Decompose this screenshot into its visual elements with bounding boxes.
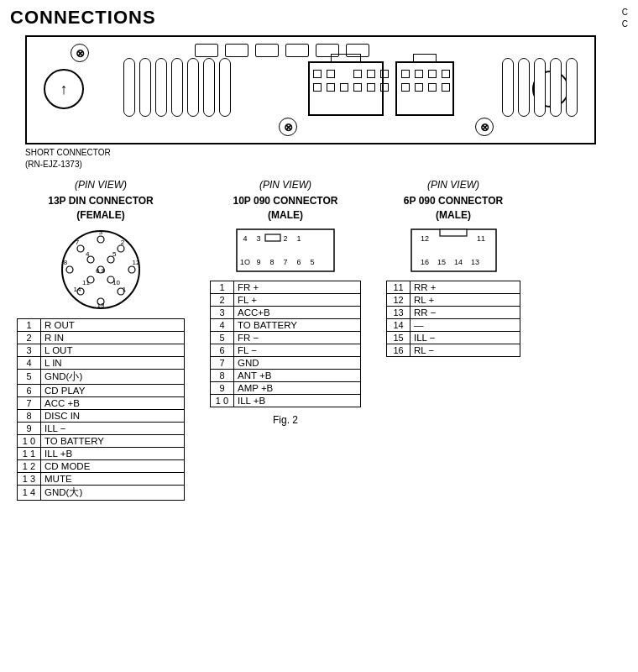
pin-number: 1 bbox=[211, 281, 234, 293]
svg-text:1: 1 bbox=[296, 234, 301, 243]
signal-name: TO BATTERY bbox=[41, 434, 185, 447]
svg-point-6 bbox=[128, 266, 135, 273]
svg-point-4 bbox=[118, 245, 124, 252]
svg-text:4: 4 bbox=[243, 234, 247, 243]
center-pin-diagram: 4 3 2 1 1O 9 8 7 6 5 bbox=[210, 228, 361, 274]
table-row: 9AMP +B bbox=[211, 381, 361, 394]
signal-name: ACC+B bbox=[234, 306, 361, 318]
table-row: 2R IN bbox=[18, 331, 185, 344]
fig-label: Fig. 2 bbox=[210, 414, 361, 426]
pin-number: 1 3 bbox=[18, 472, 41, 485]
short-connector-label: SHORT CONNECTOR (RN-EJZ-1373) bbox=[25, 147, 638, 171]
signal-name: — bbox=[411, 318, 520, 331]
right-connector-heading: 6P 090 CONNECTOR(MALE) bbox=[386, 194, 520, 223]
pin-number: 1 2 bbox=[18, 459, 41, 472]
svg-text:3: 3 bbox=[256, 234, 260, 243]
svg-text:3: 3 bbox=[99, 228, 103, 236]
svg-text:8: 8 bbox=[64, 259, 68, 266]
signal-name: RR − bbox=[411, 306, 520, 318]
right-pin-diagram: 12 11 16 15 14 13 bbox=[386, 228, 520, 274]
signal-name: DISC IN bbox=[41, 409, 185, 422]
signal-name: ILL − bbox=[411, 331, 520, 344]
pin-number: 8 bbox=[211, 369, 234, 381]
pin-number: 9 bbox=[18, 422, 41, 434]
pin-number: 1 4 bbox=[18, 485, 41, 500]
svg-point-14 bbox=[66, 266, 73, 273]
signal-name: RL − bbox=[411, 344, 520, 356]
left-connector-heading: 13P DIN CONNECTOR(FEMALE) bbox=[17, 194, 185, 223]
table-row: 1 0ILL +B bbox=[211, 394, 361, 407]
table-row: 5GND(小) bbox=[18, 369, 185, 384]
pin-number: 2 bbox=[211, 293, 234, 306]
svg-text:5: 5 bbox=[310, 258, 314, 266]
signal-name: CD PLAY bbox=[41, 384, 185, 396]
pin-number: 7 bbox=[211, 356, 234, 369]
table-row: 8ANT +B bbox=[211, 369, 361, 381]
page-title: CONNECTIONS bbox=[0, 0, 638, 32]
pin-number: 2 bbox=[18, 331, 41, 344]
signal-name: L OUT bbox=[41, 344, 185, 356]
table-row: 3ACC+B bbox=[211, 306, 361, 318]
tables-area: (PIN VIEW) 13P DIN CONNECTOR(FEMALE) 3 2… bbox=[17, 179, 638, 501]
signal-name: TO BATTERY bbox=[234, 318, 361, 331]
pin-number: 5 bbox=[18, 369, 41, 384]
signal-name: ILL +B bbox=[41, 447, 185, 459]
signal-name: R IN bbox=[41, 331, 185, 344]
signal-name: RL + bbox=[411, 293, 520, 306]
table-row: 11RR + bbox=[387, 281, 520, 293]
svg-text:11: 11 bbox=[476, 234, 484, 243]
table-row: 7GND bbox=[211, 356, 361, 369]
pin-number: 12 bbox=[387, 293, 411, 306]
svg-text:1O: 1O bbox=[240, 258, 250, 266]
table-row: 1R OUT bbox=[18, 318, 185, 331]
svg-rect-32 bbox=[265, 234, 280, 241]
pin-number: 1 0 bbox=[18, 434, 41, 447]
svg-text:11: 11 bbox=[82, 279, 90, 286]
table-row: 6CD PLAY bbox=[18, 384, 185, 396]
center-connectors bbox=[308, 54, 454, 116]
table-row: 4L IN bbox=[18, 356, 185, 369]
pin-number: 9 bbox=[211, 381, 234, 394]
x-circle-br: ⊗ bbox=[475, 118, 494, 136]
signal-name: L IN bbox=[41, 356, 185, 369]
svg-text:13: 13 bbox=[470, 258, 478, 266]
svg-text:12: 12 bbox=[420, 234, 428, 243]
pin-number: 7 bbox=[18, 396, 41, 409]
table-row: 3L OUT bbox=[18, 344, 185, 356]
table-row: 1 0TO BATTERY bbox=[18, 434, 185, 447]
vent-group-left bbox=[123, 58, 231, 117]
signal-name: FL + bbox=[234, 293, 361, 306]
signal-name: AMP +B bbox=[234, 381, 361, 394]
table-row: 5FR − bbox=[211, 331, 361, 344]
pin-number: 5 bbox=[211, 331, 234, 344]
table-row: 1 1ILL +B bbox=[18, 447, 185, 459]
signal-name: ILL +B bbox=[234, 394, 361, 407]
left-pin-svg: 3 2 12 1 13 14 8 7 4 bbox=[59, 228, 143, 312]
pin-number: 3 bbox=[211, 306, 234, 318]
svg-point-16 bbox=[77, 245, 84, 252]
center-pin-table: 1FR +2FL +3ACC+B4TO BATTERY5FR −6FL −7GN… bbox=[210, 281, 361, 407]
device-diagram: ⊗ ⊗ ⊗ ↑ bbox=[25, 35, 596, 144]
signal-name: CD MODE bbox=[41, 459, 185, 472]
svg-text:12: 12 bbox=[133, 259, 140, 266]
right-pin-view: (PIN VIEW) bbox=[386, 179, 520, 191]
svg-point-2 bbox=[97, 236, 104, 243]
svg-text:7: 7 bbox=[283, 258, 287, 266]
table-row: 9ILL − bbox=[18, 422, 185, 434]
signal-name: FL − bbox=[234, 344, 361, 356]
table-row: 1 4GND(大) bbox=[18, 485, 185, 500]
table-row: 15ILL − bbox=[387, 331, 520, 344]
signal-name: GND(小) bbox=[41, 369, 185, 384]
svg-text:14: 14 bbox=[453, 258, 462, 266]
svg-text:9: 9 bbox=[256, 258, 260, 266]
pin-number: 11 bbox=[387, 281, 411, 293]
signal-name: RR + bbox=[411, 281, 520, 293]
pin-number: 1 1 bbox=[18, 447, 41, 459]
svg-text:5: 5 bbox=[112, 250, 117, 258]
pin-number: 4 bbox=[18, 356, 41, 369]
table-row: 1 3MUTE bbox=[18, 472, 185, 485]
pin-number: 4 bbox=[211, 318, 234, 331]
x-circle-bl: ⊗ bbox=[279, 118, 297, 136]
signal-name: R OUT bbox=[41, 318, 185, 331]
center-pin-view: (PIN VIEW) bbox=[210, 179, 361, 191]
